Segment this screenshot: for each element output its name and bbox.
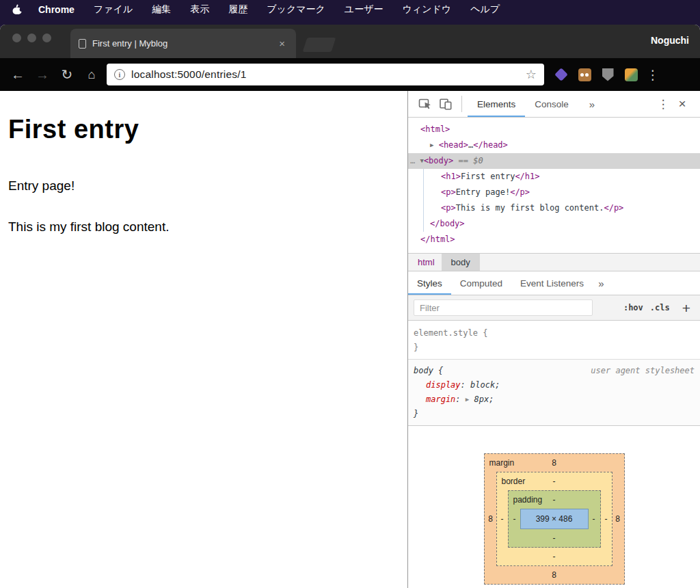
dom-node-html-open[interactable]: <html> — [408, 122, 700, 137]
breadcrumb-html[interactable]: html — [408, 254, 442, 271]
tab-event-listeners[interactable]: Event Listeners — [511, 271, 593, 295]
page-paragraph: This is my first blog content. — [8, 219, 401, 235]
tab-title: First entry | Myblog — [92, 38, 270, 49]
devtools-tab-console[interactable]: Console — [525, 91, 578, 117]
extension-diamond-icon[interactable] — [550, 63, 573, 86]
devtools-panel: Elements Console » ⋮ × <html> ▶ <head>…<… — [407, 91, 700, 588]
apple-logo-icon[interactable] — [12, 4, 22, 15]
dom-node-head[interactable]: ▶ <head>…</head> — [408, 137, 700, 153]
page-title: First entry — [8, 115, 401, 144]
border-right-value[interactable]: - — [601, 514, 612, 524]
url-text[interactable]: localhost:5000/entries/1 — [131, 68, 520, 81]
border-left-value[interactable]: - — [497, 514, 508, 524]
browser-toolbar: ← → ↻ ⌂ i localhost:5000/entries/1 ☆ ⋮ — [0, 58, 700, 91]
extension-photo-icon[interactable] — [619, 63, 643, 86]
rule-selector[interactable]: body { — [414, 364, 443, 378]
menubar-item-window[interactable]: ウィンドウ — [403, 3, 452, 16]
padding-bottom-value[interactable]: - — [509, 529, 600, 547]
page-paragraph: Entry page! — [8, 178, 401, 193]
new-tab-button[interactable] — [303, 38, 336, 52]
tab-styles[interactable]: Styles — [408, 271, 451, 295]
margin-left-value[interactable]: 8 — [485, 514, 496, 524]
inspect-element-icon[interactable] — [415, 91, 435, 117]
devtools-tab-elements[interactable]: Elements — [468, 91, 525, 117]
more-styles-tabs-icon[interactable]: » — [598, 278, 604, 289]
border-top-value[interactable]: - — [553, 477, 556, 486]
reload-icon[interactable]: ↻ — [55, 62, 79, 87]
expand-arrow-icon[interactable]: ▶ — [430, 142, 433, 148]
menubar-item-bookmarks[interactable]: ブックマーク — [267, 3, 325, 16]
dom-node-body-close[interactable]: </body> — [408, 216, 700, 232]
dom-node-html-close[interactable]: </html> — [408, 232, 700, 248]
margin-top-value[interactable]: 8 — [552, 458, 556, 468]
styles-pane-tabs: Styles Computed Event Listeners » — [408, 271, 700, 295]
element-style-rule[interactable]: element.style { } — [408, 321, 700, 360]
box-model-margin[interactable]: margin8 8 border- - padding- - — [484, 453, 625, 585]
menubar-item-edit[interactable]: 編集 — [152, 3, 171, 16]
breadcrumb: html body — [408, 253, 700, 271]
tab-close-icon[interactable]: × — [276, 37, 288, 50]
extension-shield-icon[interactable] — [596, 63, 619, 86]
gutter-ellipsis: … — [410, 156, 415, 165]
new-style-rule-icon[interactable]: + — [682, 301, 690, 315]
devtools-menu-icon[interactable]: ⋮ — [654, 97, 673, 111]
divider — [461, 96, 462, 112]
margin-right-value[interactable]: 8 — [612, 514, 623, 524]
padding-top-value[interactable]: - — [553, 495, 556, 505]
menubar-app-name[interactable]: Chrome — [38, 4, 75, 15]
padding-left-value[interactable]: - — [509, 514, 520, 524]
dom-node-p[interactable]: <p>Entry page!</p> — [408, 185, 700, 200]
devtools-header: Elements Console » ⋮ × — [408, 91, 700, 118]
macos-menubar: Chrome ファイル 編集 表示 履歴 ブックマーク ユーザー ウィンドウ ヘ… — [0, 0, 700, 19]
tab-strip: First entry | Myblog × Noguchi — [0, 25, 700, 58]
profile-name[interactable]: Noguchi — [651, 35, 689, 46]
dom-node-body-selected[interactable]: … ▼<body> == $0 — [408, 153, 700, 169]
forward-icon[interactable]: → — [30, 62, 55, 87]
device-toolbar-icon[interactable] — [435, 91, 456, 117]
selected-node-hint: == $0 — [458, 156, 483, 165]
menubar-item-view[interactable]: 表示 — [190, 3, 209, 16]
box-model-area: margin8 8 border- - padding- - — [408, 426, 700, 588]
box-model-border[interactable]: border- - padding- - 399 × 486 - — [496, 472, 612, 566]
border-bottom-value[interactable]: - — [497, 548, 612, 565]
chrome-window: First entry | Myblog × Noguchi ← → ↻ ⌂ i… — [0, 25, 700, 588]
css-property-display[interactable]: display: block; — [414, 378, 695, 392]
bookmark-star-icon[interactable]: ☆ — [526, 67, 537, 82]
tab-computed[interactable]: Computed — [451, 271, 511, 295]
window-minimize-button[interactable] — [27, 34, 36, 42]
address-bar[interactable]: i localhost:5000/entries/1 ☆ — [107, 64, 544, 85]
menubar-item-file[interactable]: ファイル — [94, 3, 133, 16]
back-icon[interactable]: ← — [5, 62, 30, 87]
browser-tab[interactable]: First entry | Myblog × — [70, 29, 296, 58]
margin-bottom-value[interactable]: 8 — [485, 566, 624, 584]
padding-right-value[interactable]: - — [589, 514, 600, 524]
menubar-item-help[interactable]: ヘルプ — [470, 3, 500, 16]
css-property-margin[interactable]: margin: ▶ 8px; — [414, 392, 695, 407]
stylesheet-origin: user agent stylesheet — [591, 364, 695, 378]
page-info-icon[interactable]: i — [114, 69, 125, 80]
web-page-content: First entry Entry page! This is my first… — [0, 91, 407, 588]
toggle-hover-state-button[interactable]: :hov — [623, 303, 643, 312]
dom-node-h1[interactable]: <h1>First entry</h1> — [408, 169, 700, 185]
desktop-background — [0, 19, 700, 25]
more-tabs-icon[interactable]: » — [589, 98, 595, 110]
dom-node-p[interactable]: <p>This is my first blog content.</p> — [408, 200, 700, 216]
window-zoom-button[interactable] — [42, 34, 51, 42]
toggle-classes-button[interactable]: .cls — [650, 303, 670, 312]
breadcrumb-body[interactable]: body — [442, 254, 480, 271]
rule-close-brace: } — [414, 407, 695, 421]
home-icon[interactable]: ⌂ — [79, 62, 104, 87]
box-model-content[interactable]: 399 × 486 — [520, 509, 589, 529]
body-style-rule: body { user agent stylesheet display: bl… — [408, 360, 700, 426]
box-model-padding[interactable]: padding- - 399 × 486 - - — [508, 490, 601, 548]
styles-filter-input[interactable] — [414, 299, 593, 316]
menubar-item-history[interactable]: 履歴 — [228, 3, 247, 16]
window-close-button[interactable] — [12, 34, 21, 42]
extension-face-icon[interactable] — [573, 63, 596, 86]
dom-tree: <html> ▶ <head>…</head> … ▼<body> == $0 … — [408, 118, 700, 253]
menubar-item-users[interactable]: ユーザー — [345, 3, 383, 16]
indent-guide — [423, 169, 424, 232]
chrome-menu-icon[interactable]: ⋮ — [643, 67, 663, 83]
styles-filter-bar: :hov .cls + — [408, 295, 700, 321]
devtools-close-icon[interactable]: × — [673, 96, 692, 111]
